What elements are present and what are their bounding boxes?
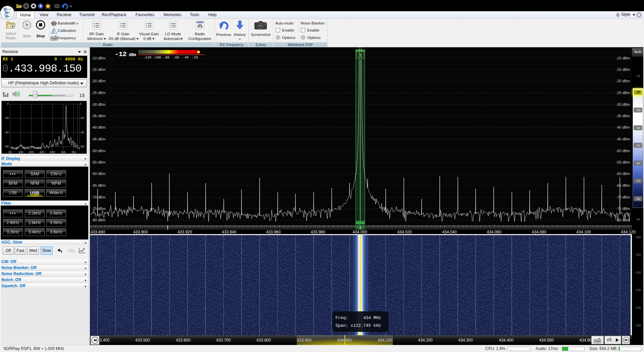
svg-text:1: 1 <box>359 53 361 57</box>
